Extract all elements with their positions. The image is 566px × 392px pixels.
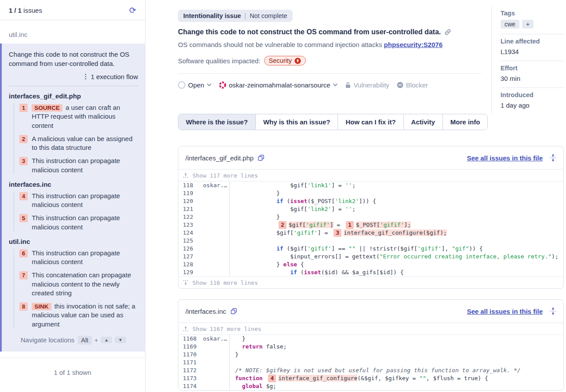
refresh-icon[interactable]: ⟳ — [129, 6, 136, 15]
author-annotation[interactable]: oskar.… — [203, 181, 229, 189]
copy-icon[interactable] — [231, 308, 237, 314]
type-label: Vulnerability — [354, 81, 389, 89]
line-number[interactable]: 124 — [178, 229, 203, 237]
line-number[interactable]: 1173 — [178, 374, 203, 382]
issue-description: OS commands should not be vulnerable to … — [178, 41, 486, 48]
line-number[interactable]: 1169 — [178, 343, 203, 351]
line-number[interactable]: 128 — [178, 261, 203, 269]
author-annotation[interactable] — [203, 229, 229, 237]
selected-issue-card[interactable]: Change this code to not construct the OS… — [0, 44, 145, 352]
flow-location-badge[interactable]: 1 — [346, 221, 354, 229]
flow-location-badge[interactable]: 4 — [268, 374, 276, 382]
author-annotation[interactable] — [203, 197, 229, 205]
permalink-icon[interactable] — [444, 29, 451, 36]
author-annotation[interactable] — [203, 221, 229, 229]
author-annotation[interactable] — [203, 261, 229, 269]
author-annotation[interactable]: oskar.… — [203, 335, 229, 343]
code-line: 122 } — [178, 213, 563, 221]
tab-more-info[interactable]: More info — [443, 114, 488, 130]
author-annotation[interactable] — [203, 245, 229, 253]
tab-why-is-this-an-issue[interactable]: Why is this an issue? — [256, 114, 338, 130]
line-number[interactable]: 120 — [178, 197, 203, 205]
line-number[interactable]: 129 — [178, 269, 203, 276]
author-annotation[interactable] — [203, 237, 229, 245]
software-qualities-label: Software qualities impacted: — [178, 57, 261, 65]
status-select[interactable]: Open — [178, 81, 211, 89]
author-annotation[interactable] — [203, 253, 229, 261]
author-annotation[interactable] — [203, 367, 229, 374]
flow-location-badge[interactable]: 2 — [279, 221, 287, 229]
kebab-menu-icon[interactable]: ⋮ — [82, 73, 89, 80]
flow-step[interactable]: 1SOURCE a user can craft an HTTP request… — [19, 103, 138, 130]
line-number[interactable]: 127 — [178, 253, 203, 261]
expand-icon[interactable] — [550, 307, 556, 315]
see-all-issues-link[interactable]: See all issues in this file — [467, 154, 543, 162]
code-content: } — [229, 213, 563, 221]
issue-detail-main: Intentionality issue | Not complete Chan… — [178, 0, 564, 391]
line-number[interactable]: 1174 — [178, 382, 203, 390]
issue-type-badge: Intentionality issue | Not complete — [178, 10, 293, 22]
show-more-lines-top-button[interactable]: Show 117 more lines — [178, 170, 563, 181]
author-annotation[interactable] — [203, 374, 229, 382]
author-annotation[interactable] — [203, 213, 229, 221]
step-number-badge: 6 — [19, 249, 28, 258]
flow-step[interactable]: 3This instruction can propagate maliciou… — [19, 156, 138, 174]
line-number[interactable]: 121 — [178, 205, 203, 213]
issue-type-label: Intentionality issue — [183, 12, 241, 19]
flow-step[interactable]: 7This concatenation can propagate malici… — [19, 271, 138, 298]
flow-step[interactable]: 2A malicious value can be assigned to th… — [19, 134, 138, 152]
nav-up-button[interactable]: ▲ — [101, 337, 112, 343]
line-number[interactable]: 1168 — [178, 335, 203, 343]
author-annotation[interactable] — [203, 351, 229, 359]
flow-group: interfaces.inc4This instruction can prop… — [9, 181, 138, 232]
sidebar-file-header: util.inc — [0, 20, 145, 38]
line-number[interactable]: 119 — [178, 189, 203, 197]
show-more-lines-top-button[interactable]: Show 1167 more lines — [178, 323, 563, 335]
author-annotation[interactable] — [203, 205, 229, 213]
line-number[interactable]: 1172 — [178, 367, 203, 374]
line-number[interactable]: 123 — [178, 221, 203, 229]
rule-link[interactable]: phpsecurity:S2076 — [384, 41, 443, 48]
execution-flow-label[interactable]: 1 execution flow — [91, 73, 138, 80]
tab-activity[interactable]: Activity — [404, 114, 443, 130]
flow-step[interactable]: 8SINK this invocation is not safe; a mal… — [19, 302, 138, 329]
author-annotation[interactable] — [203, 382, 229, 390]
author-annotation[interactable] — [203, 343, 229, 351]
issue-tabs: Where is the issue?Why is this an issue?… — [178, 114, 488, 130]
line-number[interactable]: 1171 — [178, 359, 203, 367]
flow-step[interactable]: 5This instruction can propagate maliciou… — [19, 214, 138, 232]
effort-section: Effort 30 min — [501, 61, 564, 88]
author-annotation[interactable] — [203, 359, 229, 367]
issue-message[interactable]: Change this code to not construct the OS… — [9, 50, 138, 68]
add-tag-button[interactable]: + — [522, 20, 533, 29]
line-number[interactable]: 122 — [178, 213, 203, 221]
tab-where-is-the-issue[interactable]: Where is the issue? — [178, 114, 256, 130]
author-annotation[interactable] — [203, 189, 229, 197]
flow-step[interactable]: 6This instruction can propagate maliciou… — [19, 249, 138, 267]
copy-icon[interactable] — [258, 155, 264, 161]
assignee-select[interactable]: oskar-zeinomahmalat-sonarsource — [219, 81, 337, 89]
line-number[interactable]: 126 — [178, 245, 203, 253]
highlighted-code: $_POST['gifif']; — [356, 221, 411, 228]
line-number[interactable]: 125 — [178, 237, 203, 245]
flow-location-badge[interactable]: 3 — [334, 229, 341, 237]
code-content: /* NOTE: $gifkey is not used but useful … — [229, 367, 563, 374]
security-quality-badge[interactable]: Security — [264, 56, 306, 65]
show-more-label: Show 1167 more lines — [192, 326, 261, 332]
show-more-lines-bottom-button[interactable]: Show 116 more lines — [178, 276, 563, 288]
tag-pill-cwe[interactable]: cwe — [501, 20, 519, 29]
highlighted-code: interface_gif_configure — [278, 375, 357, 381]
see-all-issues-link[interactable]: See all issues in this file — [467, 308, 543, 315]
code-content: } — [229, 351, 563, 359]
line-number[interactable]: 118 — [178, 181, 203, 189]
expand-icon[interactable] — [550, 154, 556, 162]
author-annotation[interactable] — [203, 269, 229, 276]
tab-how-can-i-fix-it[interactable]: How can I fix it? — [338, 114, 403, 130]
step-type-chip: SOURCE — [32, 104, 62, 112]
nav-down-button[interactable]: ▼ — [115, 337, 126, 343]
code-content — [229, 237, 563, 245]
tags-section: Tags cwe+ — [501, 6, 564, 34]
line-number[interactable]: 1170 — [178, 351, 203, 359]
flow-step[interactable]: 4This instruction can propagate maliciou… — [19, 192, 138, 210]
divider — [178, 73, 481, 74]
